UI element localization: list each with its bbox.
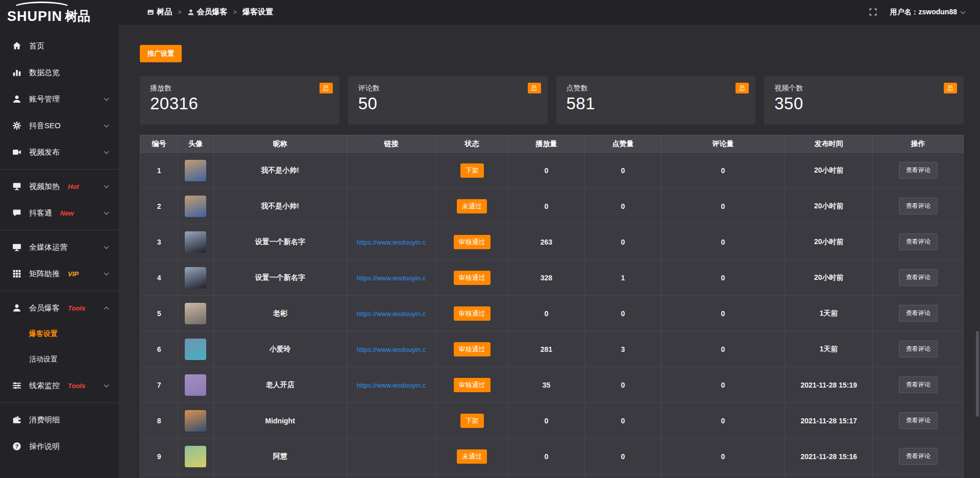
video-link[interactable]: https://www.iesdouyin.c (357, 381, 426, 389)
sidebar-item-member-baoke[interactable]: 会员爆客Tools (0, 295, 118, 321)
cell-action: 查看评论 (873, 296, 964, 331)
status-badge[interactable]: 审核通过 (454, 271, 491, 285)
cell-time: 20小时前 (785, 153, 873, 188)
promo-settings-button[interactable]: 推广设置 (140, 45, 182, 62)
comment-icon (12, 208, 21, 218)
chevron-down-icon (104, 123, 109, 128)
cell-status: 审核通过 (436, 296, 508, 331)
cell-nickname: 阿慧 (213, 439, 347, 474)
breadcrumb-item-member[interactable]: 会员爆客 (187, 7, 228, 17)
column-header: 播放量 (508, 135, 584, 153)
view-comments-button[interactable]: 查看评论 (899, 376, 938, 393)
stat-card-label: 播放数 (150, 84, 329, 93)
sidebar-item-label: 矩阵助推 (29, 269, 60, 279)
sidebar-item-clue-monitor[interactable]: 线索监控Tools (0, 372, 118, 399)
status-badge[interactable]: 未通过 (457, 199, 487, 213)
table-row: 6小爱玲https://www.iesdouyin.c审核通过281301天前查… (140, 331, 964, 367)
cell-likes: 0 (584, 403, 661, 439)
view-comments-button[interactable]: 查看评论 (899, 448, 938, 465)
cell-link: https://www.iesdouyin.c (347, 331, 435, 367)
cell-status: 未通过 (436, 188, 508, 224)
view-comments-button[interactable]: 查看评论 (899, 198, 938, 214)
status-badge[interactable]: 审核通过 (454, 342, 491, 356)
chevron-down-icon[interactable] (961, 9, 966, 14)
column-header: 头像 (178, 135, 213, 153)
stat-card-value: 50 (358, 94, 537, 113)
cell-likes: 0 (584, 439, 661, 474)
scrollbar-thumb[interactable] (976, 331, 979, 417)
user-icon (12, 303, 21, 313)
sidebar-item-video-publish[interactable]: 视频发布 (0, 139, 118, 165)
table-row: 9阿慧未通过0002021-11-28 15:16查看评论 (140, 439, 964, 474)
cell-plays: 0 (508, 439, 584, 474)
sidebar-item-douyin-seo[interactable]: 抖音SEO (0, 112, 118, 139)
cell-action: 查看评论 (873, 260, 964, 296)
view-comments-button[interactable]: 查看评论 (899, 269, 938, 286)
view-comments-button[interactable]: 查看评论 (899, 162, 938, 179)
cell-id: 1 (140, 153, 178, 188)
sidebar-item-media-operation[interactable]: 全媒体运营 (0, 234, 118, 260)
sidebar-item-matrix-boost[interactable]: 矩阵助推VIP (0, 260, 118, 287)
logo-arc-decoration (12, 2, 71, 15)
sidebar-item-badge: Tools (68, 382, 85, 390)
status-badge[interactable]: 未通过 (457, 449, 487, 464)
sidebar-item-douketong[interactable]: 抖客通New (0, 200, 118, 226)
user-icon (187, 9, 194, 16)
sidebar-divider (0, 230, 118, 230)
sidebar-subitem-activity-settings[interactable]: 活动设置 (0, 347, 118, 372)
topbar: 树品 > 会员爆客 > 爆客设置 用户名：zswodun88 (118, 0, 980, 25)
cell-likes: 0 (584, 153, 661, 188)
sidebar-item-consume-detail[interactable]: 消费明细 (0, 407, 118, 433)
view-comments-button[interactable]: 查看评论 (899, 412, 938, 429)
status-badge[interactable]: 审核通过 (454, 306, 491, 321)
breadcrumb-item-shupin[interactable]: 树品 (147, 7, 172, 17)
sidebar-item-account-manage[interactable]: 账号管理 (0, 86, 118, 112)
column-header: 链接 (347, 135, 435, 153)
status-badge[interactable]: 审核通过 (454, 235, 491, 249)
sidebar-item-home[interactable]: 首页 (0, 33, 118, 59)
view-comments-button[interactable]: 查看评论 (899, 305, 938, 322)
cell-action: 查看评论 (873, 153, 964, 188)
cell-likes: 3 (584, 331, 661, 367)
content: 推广设置 播放数20316总评论数50总点赞数581总视频个数350总 编号头像… (118, 25, 980, 478)
cell-nickname (213, 474, 347, 478)
cell-plays: 0 (508, 153, 584, 188)
avatar (185, 231, 206, 253)
sidebar-item-data-overview[interactable]: 数据总览 (0, 59, 118, 86)
sidebar-item-video-heat[interactable]: 视频加热Hot (0, 173, 118, 200)
video-link[interactable]: https://www.iesdouyin.c (357, 346, 426, 353)
stat-card-label: 视频个数 (774, 84, 953, 93)
cell-id: 2 (140, 188, 178, 224)
cell-avatar (178, 367, 213, 403)
status-badge[interactable]: 下架 (460, 414, 484, 428)
cell-avatar (178, 474, 213, 478)
chevron-down-icon (104, 149, 109, 154)
fullscreen-icon[interactable] (869, 8, 877, 16)
main-area: 树品 > 会员爆客 > 爆客设置 用户名：zswodun88 (118, 0, 980, 478)
stat-card-value: 581 (567, 94, 746, 113)
video-link[interactable]: https://www.iesdouyin.c (357, 274, 426, 282)
cell-avatar (178, 331, 213, 367)
sidebar-item-label: 操作说明 (29, 442, 60, 451)
view-comments-button[interactable]: 查看评论 (899, 341, 938, 357)
sidebar-divider (0, 402, 118, 403)
video-link[interactable]: https://www.iesdouyin.c (357, 310, 426, 318)
view-comments-button[interactable]: 查看评论 (899, 233, 938, 250)
breadcrumb-separator: > (178, 8, 182, 16)
status-badge[interactable]: 审核通过 (454, 378, 491, 392)
sidebar-item-label: 数据总览 (29, 68, 60, 78)
username-display[interactable]: 用户名：zswodun88 (890, 8, 957, 17)
sidebar-subitem-baoke-settings[interactable]: 爆客设置 (0, 321, 118, 347)
column-header: 评论量 (661, 135, 785, 153)
cell-comments: 0 (661, 153, 785, 188)
status-badge[interactable]: 下架 (460, 163, 484, 178)
sidebar-nav: 首页数据总览账号管理抖音SEO视频发布视频加热Hot抖客通New全媒体运营矩阵助… (0, 26, 118, 460)
stat-card-value: 350 (774, 94, 953, 113)
bar-chart-icon (12, 68, 21, 77)
cell-action (873, 474, 964, 478)
avatar (185, 160, 206, 181)
sidebar-item-operation-guide[interactable]: ?操作说明 (0, 433, 118, 460)
video-link[interactable]: https://www.iesdouyin.c (357, 238, 426, 246)
cell-nickname: 设置一个新名字 (213, 260, 347, 296)
cell-comments: 0 (661, 439, 785, 474)
